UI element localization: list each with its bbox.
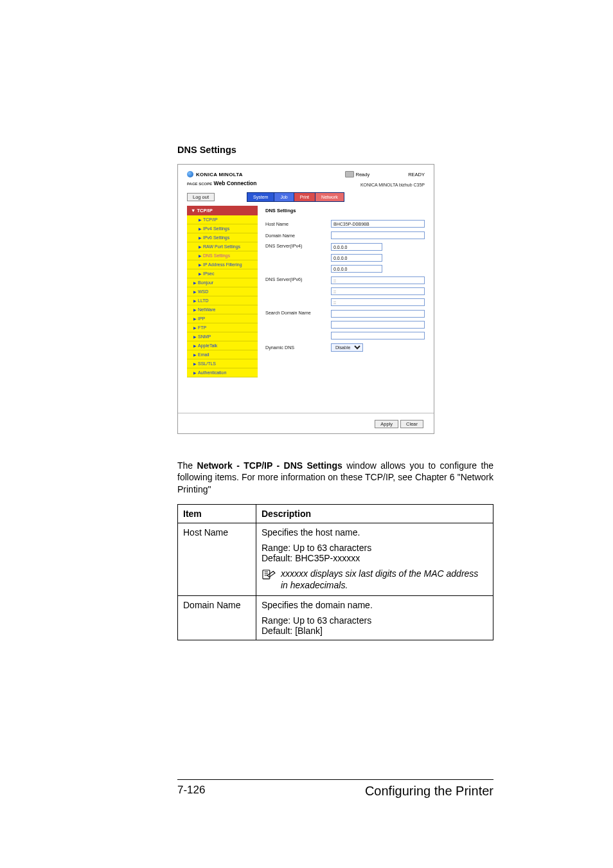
screenshot-header: KONICA MINOLTA PAGE SCOPE Web Connection…	[178, 165, 434, 190]
sidebar-item[interactable]: ▶IPP	[187, 314, 258, 323]
sidebar: ▼ TCP/IP ▶TCP/IP▶IPv4 Settings▶IPv6 Sett…	[187, 206, 258, 377]
dnsv4-input-1[interactable]	[331, 243, 382, 251]
sidebar-item-label: FTP	[198, 325, 206, 330]
sidebar-item[interactable]: ▶IP Address Filtering	[187, 260, 258, 269]
sidebar-item-label: TCP/IP	[203, 217, 218, 222]
sidebar-item[interactable]: ▶IPv6 Settings	[187, 233, 258, 242]
triangle-icon: ▶	[193, 281, 197, 285]
triangle-icon: ▶	[193, 371, 197, 375]
triangle-icon: ▶	[199, 272, 202, 276]
sidebar-item-label: NetWare	[198, 307, 215, 312]
triangle-icon: ▶	[193, 308, 197, 312]
dnsv4-input-2[interactable]	[331, 254, 382, 262]
triangle-icon: ▶	[193, 362, 197, 366]
th-description: Description	[256, 505, 493, 523]
apply-button[interactable]: Apply	[375, 420, 398, 428]
dnsv4-label: DNS Server(IPv4)	[265, 243, 326, 249]
sidebar-item[interactable]: ▶FTP	[187, 323, 258, 332]
status-ready-small: Ready	[355, 172, 369, 177]
search-domain-input-2[interactable]	[331, 321, 425, 329]
hostname-input[interactable]	[331, 220, 425, 228]
search-domain-input-3[interactable]	[331, 332, 425, 339]
page-number: 7-126	[177, 784, 205, 799]
sidebar-item[interactable]: ▶Email	[187, 350, 258, 359]
sidebar-item[interactable]: ▶LLTD	[187, 296, 258, 305]
sidebar-item[interactable]: ▶RAW Port Settings	[187, 242, 258, 251]
triangle-icon: ▶	[199, 263, 202, 267]
sidebar-item[interactable]: ▶IPsec	[187, 269, 258, 278]
dyndns-label: Dynamic DNS	[265, 345, 326, 350]
table-row: Host Name Specifies the host name. Range…	[178, 523, 493, 596]
triangle-icon: ▶	[193, 335, 197, 339]
triangle-icon: ▶	[193, 353, 197, 357]
printer-icon	[345, 171, 354, 177]
sidebar-item[interactable]: ▶DNS Settings	[187, 251, 258, 260]
hostname-label: Host Name	[265, 221, 326, 227]
sidebar-item-label: Bonjour	[198, 280, 213, 285]
dnsv4-input-3[interactable]	[331, 265, 382, 273]
panel-title: DNS Settings	[265, 208, 425, 213]
sidebar-item[interactable]: ▶Authentication	[187, 368, 258, 377]
sidebar-item[interactable]: ▶SNMP	[187, 332, 258, 341]
cell-desc-domain: Specifies the domain name. Range: Up to …	[256, 596, 493, 640]
cell-desc-hostname: Specifies the host name. Range: Up to 63…	[256, 523, 493, 596]
dnsv6-input-2[interactable]	[331, 287, 425, 295]
domain-input[interactable]	[331, 231, 425, 239]
triangle-icon: ▶	[199, 254, 202, 258]
note-icon	[262, 568, 276, 581]
dyndns-select[interactable]: Disable	[331, 343, 363, 352]
triangle-icon: ▶	[193, 299, 197, 303]
sidebar-item-label: AppleTalk	[198, 343, 217, 348]
triangle-icon: ▶	[199, 245, 202, 249]
status-ready: READY	[408, 172, 425, 177]
sidebar-head[interactable]: ▼ TCP/IP	[187, 206, 258, 215]
triangle-icon: ▶	[193, 290, 197, 294]
triangle-icon: ▶	[199, 227, 202, 231]
domain-label: Domain Name	[265, 233, 326, 239]
sidebar-item[interactable]: ▶AppleTalk	[187, 341, 258, 350]
note-text: xxxxxx displays six last digits of the M…	[281, 568, 488, 592]
screenshot-window: KONICA MINOLTA PAGE SCOPE Web Connection…	[177, 164, 434, 434]
sidebar-item-label: SSL/TLS	[198, 361, 216, 366]
sidebar-item-label: RAW Port Settings	[203, 244, 240, 249]
logout-button[interactable]: Log out	[187, 193, 215, 201]
tab-print[interactable]: Print	[294, 192, 315, 202]
sidebar-item-label: IPv4 Settings	[203, 226, 229, 231]
clear-button[interactable]: Clear	[400, 420, 423, 428]
brand-block: KONICA MINOLTA PAGE SCOPE Web Connection	[187, 171, 257, 187]
description-table: Item Description Host Name Specifies the…	[177, 504, 493, 640]
sidebar-item[interactable]: ▶TCP/IP	[187, 215, 258, 224]
sidebar-item-label: WSD	[198, 289, 208, 294]
triangle-icon: ▶	[193, 326, 197, 330]
triangle-icon: ▶	[193, 317, 197, 321]
sidebar-item-label: IPv6 Settings	[203, 235, 229, 240]
sidebar-item[interactable]: ▶IPv4 Settings	[187, 224, 258, 233]
pagescope-text: Web Connection	[214, 180, 257, 186]
pagescope-prefix: PAGE SCOPE	[187, 182, 212, 186]
brand-text: KONICA MINOLTA	[196, 172, 243, 177]
dnsv6-input-3[interactable]	[331, 298, 425, 306]
cell-item-hostname: Host Name	[178, 523, 256, 596]
sidebar-item[interactable]: ▶Bonjour	[187, 278, 258, 287]
intro-paragraph: The Network - TCP/IP - DNS Settings wind…	[177, 460, 493, 495]
sidebar-item-label: SNMP	[198, 334, 211, 339]
tab-network[interactable]: Network	[315, 192, 344, 202]
globe-icon	[187, 171, 193, 177]
search-domain-label: Search Domain Name	[265, 310, 326, 316]
tab-system[interactable]: System	[247, 192, 274, 202]
tab-job[interactable]: Job	[274, 192, 294, 202]
sidebar-item[interactable]: ▶NetWare	[187, 305, 258, 314]
sidebar-item-label: DNS Settings	[203, 253, 230, 258]
sidebar-item[interactable]: ▶SSL/TLS	[187, 359, 258, 368]
sidebar-item-label: Email	[198, 352, 209, 357]
sidebar-item[interactable]: ▶WSD	[187, 287, 258, 296]
model-text: KONICA MINOLTA bizhub C35P	[360, 183, 425, 187]
page-footer: 7-126 Configuring the Printer	[177, 779, 493, 799]
triangle-icon: ▶	[199, 236, 202, 240]
table-row: Domain Name Specifies the domain name. R…	[178, 596, 493, 640]
triangle-icon: ▶	[193, 344, 197, 348]
dnsv6-input-1[interactable]	[331, 276, 425, 284]
sidebar-item-label: IPsec	[203, 271, 215, 276]
search-domain-input-1[interactable]	[331, 310, 425, 318]
th-item: Item	[178, 505, 256, 523]
